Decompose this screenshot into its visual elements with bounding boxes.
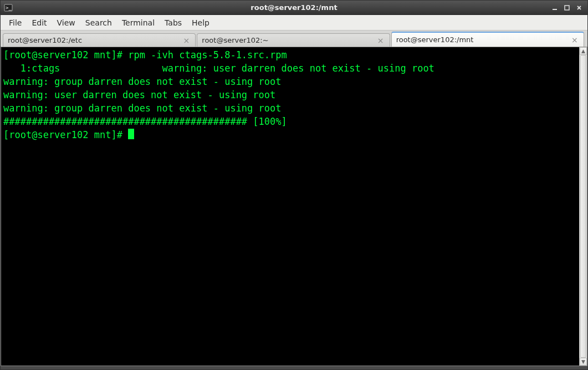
tab-label: root@server102:/mnt: [396, 36, 567, 44]
terminal-container: [root@server102 mnt]# rpm -ivh ctags-5.8…: [1, 47, 587, 366]
titlebar[interactable]: >_ root@server102:/mnt: [1, 1, 587, 15]
terminal-line: 1:ctags warning: user darren does not ex…: [3, 63, 434, 74]
tabbar: root@server102:/etc × root@server102:~ ×…: [1, 31, 587, 47]
window-controls: [549, 3, 587, 13]
tab-0[interactable]: root@server102:/etc ×: [3, 33, 196, 47]
menu-help[interactable]: Help: [187, 16, 214, 29]
vertical-scrollbar[interactable]: ▲ ▼: [579, 47, 587, 366]
scroll-up-button[interactable]: ▲: [580, 47, 587, 55]
menu-search[interactable]: Search: [80, 16, 117, 29]
terminal-line: [root@server102 mnt]# rpm -ivh ctags-5.8…: [3, 49, 287, 60]
terminal-line: warning: user darren does not exist - us…: [3, 89, 275, 100]
window-title: root@server102:/mnt: [1, 3, 587, 12]
terminal-line: warning: group darren does not exist - u…: [3, 103, 282, 114]
menu-file[interactable]: File: [4, 16, 27, 29]
close-icon[interactable]: ×: [376, 36, 385, 45]
terminal-window: >_ root@server102:/mnt File Edit View Se…: [0, 0, 588, 370]
close-button[interactable]: [573, 3, 585, 13]
minimize-button[interactable]: [549, 3, 561, 13]
scroll-track[interactable]: [580, 55, 587, 358]
tab-label: root@server102:~: [202, 36, 372, 44]
tab-2[interactable]: root@server102:/mnt ×: [391, 32, 584, 47]
terminal-line: warning: group darren does not exist - u…: [3, 76, 282, 87]
window-bottom-border: [1, 366, 587, 369]
maximize-button[interactable]: [561, 3, 573, 13]
menubar: File Edit View Search Terminal Tabs Help: [1, 15, 587, 31]
svg-text:>_: >_: [6, 5, 12, 11]
terminal-line: [root@server102 mnt]#: [3, 129, 128, 140]
svg-rect-2: [553, 9, 557, 10]
scroll-thumb[interactable]: [580, 55, 586, 358]
tab-1[interactable]: root@server102:~ ×: [197, 33, 390, 47]
close-icon[interactable]: ×: [182, 36, 191, 45]
menu-edit[interactable]: Edit: [27, 16, 52, 29]
menu-tabs[interactable]: Tabs: [160, 16, 187, 29]
terminal-cursor: [128, 129, 134, 139]
scroll-down-button[interactable]: ▼: [580, 358, 587, 366]
terminal-line: ########################################…: [3, 116, 287, 127]
terminal-output[interactable]: [root@server102 mnt]# rpm -ivh ctags-5.8…: [1, 47, 587, 366]
close-icon[interactable]: ×: [570, 36, 579, 44]
tab-label: root@server102:/etc: [8, 36, 178, 44]
menu-terminal[interactable]: Terminal: [117, 16, 160, 29]
svg-rect-3: [565, 6, 569, 10]
menu-view[interactable]: View: [52, 16, 80, 29]
terminal-app-icon: >_: [4, 3, 13, 12]
